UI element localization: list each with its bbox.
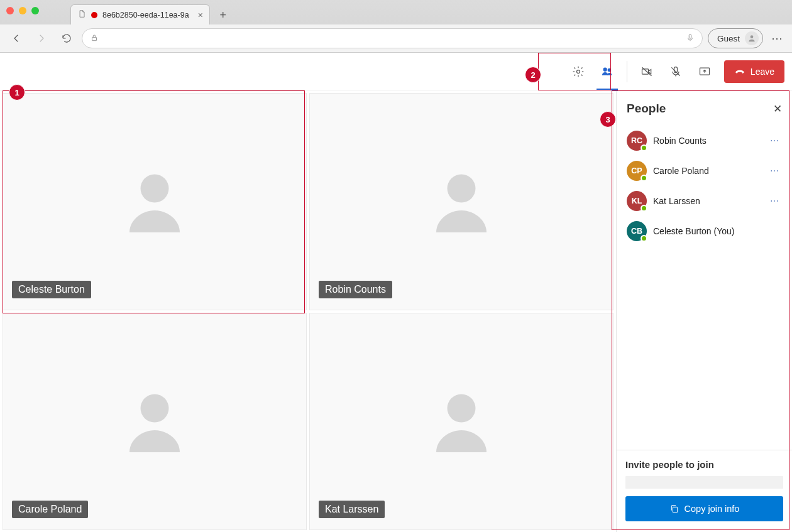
participant-more-button[interactable]: ⋯ <box>767 196 782 206</box>
svg-point-5 <box>608 68 610 71</box>
video-tile[interactable]: Celeste Burton <box>3 93 307 310</box>
people-icon <box>601 65 613 78</box>
video-tile[interactable]: Robin Counts <box>309 93 613 310</box>
participant-avatar: CP <box>627 161 647 181</box>
avatar-placeholder-icon <box>117 383 192 460</box>
callout-badge: 3 <box>600 111 616 128</box>
leave-label: Leave <box>751 67 774 77</box>
video-tile[interactable]: Kat Larssen <box>309 313 613 530</box>
participant-avatar: RC <box>627 131 647 151</box>
participant-name-tag: Kat Larssen <box>319 501 385 518</box>
meeting-app: Leave Celeste Burton Robin Counts Car <box>0 53 792 532</box>
mic-toggle-button[interactable] <box>661 57 690 86</box>
participant-name: Celeste Burton (You) <box>653 226 782 236</box>
share-screen-icon <box>698 65 711 78</box>
svg-point-2 <box>751 35 754 38</box>
document-icon <box>77 9 86 20</box>
browser-menu-button[interactable]: ⋯ <box>768 31 786 45</box>
gear-icon <box>572 65 585 78</box>
tab-title: 8e6b2850-eeda-11ea-9a <box>102 11 189 19</box>
minimize-window-icon[interactable] <box>19 7 26 14</box>
copy-join-info-label: Copy join info <box>685 504 740 514</box>
new-tab-button[interactable]: + <box>214 6 233 24</box>
participant-name: Robin Counts <box>653 136 761 146</box>
profile-button[interactable]: Guest <box>708 28 763 48</box>
copy-join-info-button[interactable]: Copy join info <box>625 496 783 521</box>
lock-icon <box>90 33 99 44</box>
address-input[interactable] <box>105 34 679 43</box>
camera-off-icon <box>641 65 653 78</box>
svg-point-4 <box>603 68 607 71</box>
people-list-item[interactable]: KLKat Larssen⋯ <box>623 186 786 216</box>
reload-button[interactable] <box>57 28 77 48</box>
camera-toggle-button[interactable] <box>632 57 661 86</box>
browser-tab[interactable]: 8e6b2850-eeda-11ea-9a × <box>70 4 210 24</box>
topbar-group-av <box>632 57 719 86</box>
meeting-topbar: Leave <box>0 53 792 90</box>
svg-point-12 <box>448 174 476 202</box>
participant-more-button[interactable]: ⋯ <box>767 136 782 146</box>
callout-badge: 2 <box>525 67 541 83</box>
window-controls[interactable] <box>6 7 39 14</box>
svg-rect-0 <box>92 37 97 40</box>
invite-title: Invite people to join <box>625 459 783 470</box>
svg-rect-15 <box>673 507 677 513</box>
share-screen-button[interactable] <box>690 57 719 86</box>
participant-name-tag: Robin Counts <box>319 281 392 298</box>
participant-avatar: CB <box>627 221 647 241</box>
participant-avatar: KL <box>627 191 647 211</box>
svg-point-3 <box>576 70 580 73</box>
participant-name-tag: Carole Poland <box>12 501 88 518</box>
people-panel-title: People <box>627 102 666 116</box>
browser-toolbar: Guest ⋯ <box>0 24 792 52</box>
back-button[interactable] <box>6 28 26 48</box>
maximize-window-icon[interactable] <box>31 7 39 14</box>
microphone-icon[interactable] <box>686 33 695 44</box>
browser-titlebar: 8e6b2850-eeda-11ea-9a × + <box>0 0 792 24</box>
invite-input[interactable] <box>625 476 783 489</box>
avatar-placeholder-icon <box>424 383 499 460</box>
close-panel-button[interactable]: ✕ <box>773 102 782 116</box>
address-bar[interactable] <box>82 28 703 48</box>
mic-off-icon <box>669 65 682 78</box>
presence-indicator-icon <box>641 175 647 182</box>
forward-button[interactable] <box>31 28 52 48</box>
presence-indicator-icon <box>641 235 647 242</box>
browser-chrome: 8e6b2850-eeda-11ea-9a × + Guest <box>0 0 792 53</box>
people-list-item[interactable]: CBCeleste Burton (You) <box>623 216 786 246</box>
svg-rect-1 <box>689 34 691 38</box>
recording-indicator-icon <box>91 12 97 18</box>
profile-label: Guest <box>717 34 740 43</box>
participant-more-button[interactable]: ⋯ <box>767 166 782 176</box>
people-list-item[interactable]: RCRobin Counts⋯ <box>623 126 786 156</box>
presence-indicator-icon <box>641 144 647 151</box>
tab-close-icon[interactable]: × <box>198 10 203 20</box>
presence-indicator-icon <box>641 205 647 212</box>
video-tile[interactable]: Carole Poland <box>3 313 307 530</box>
svg-point-14 <box>448 394 476 422</box>
avatar-placeholder-icon <box>117 163 192 241</box>
avatar-icon <box>745 31 759 45</box>
svg-point-13 <box>141 394 169 422</box>
svg-point-11 <box>141 174 169 202</box>
people-list-item[interactable]: CPCarole Poland⋯ <box>623 156 786 186</box>
copy-icon <box>669 504 679 514</box>
topbar-group-panels <box>564 57 622 86</box>
callout-badge: 1 <box>9 84 25 100</box>
participant-name: Kat Larssen <box>653 196 761 206</box>
close-window-icon[interactable] <box>6 7 14 14</box>
people-button[interactable] <box>593 57 622 86</box>
hangup-icon <box>734 66 745 77</box>
participant-name-tag: Celeste Burton <box>12 281 91 298</box>
people-panel: People ✕ RCRobin Counts⋯CPCarole Poland⋯… <box>616 90 792 532</box>
video-grid: Celeste Burton Robin Counts Carole Polan… <box>0 90 616 532</box>
avatar-placeholder-icon <box>424 163 499 241</box>
people-list: RCRobin Counts⋯CPCarole Poland⋯KLKat Lar… <box>617 123 792 450</box>
leave-button[interactable]: Leave <box>724 60 784 83</box>
separator <box>627 61 627 82</box>
settings-button[interactable] <box>564 57 593 86</box>
participant-name: Carole Poland <box>653 166 761 176</box>
